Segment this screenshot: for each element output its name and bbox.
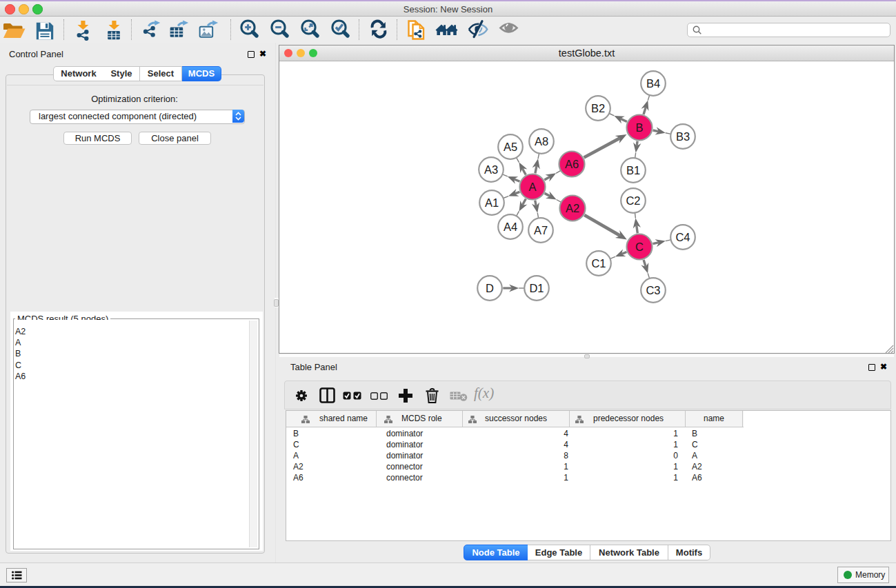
svg-text:A3: A3 — [484, 163, 498, 176]
svg-text:B2: B2 — [591, 102, 605, 114]
svg-text:A5: A5 — [504, 141, 517, 153]
svg-text:C1: C1 — [591, 257, 606, 270]
svg-text:A8: A8 — [535, 135, 548, 148]
svg-text:D1: D1 — [529, 282, 544, 294]
svg-text:A: A — [528, 181, 536, 193]
svg-text:C: C — [635, 241, 644, 253]
svg-text:A4: A4 — [504, 221, 517, 233]
svg-text:B3: B3 — [676, 130, 690, 143]
svg-text:A1: A1 — [485, 196, 499, 209]
svg-text:B4: B4 — [646, 77, 660, 90]
svg-text:A2: A2 — [566, 202, 579, 214]
svg-text:C2: C2 — [626, 194, 640, 207]
svg-text:A6: A6 — [565, 158, 579, 170]
svg-text:C3: C3 — [646, 284, 660, 296]
svg-text:A7: A7 — [534, 224, 548, 236]
svg-text:B1: B1 — [626, 164, 640, 176]
svg-text:D: D — [486, 282, 494, 294]
svg-text:B: B — [635, 121, 643, 134]
svg-text:C4: C4 — [675, 231, 690, 243]
